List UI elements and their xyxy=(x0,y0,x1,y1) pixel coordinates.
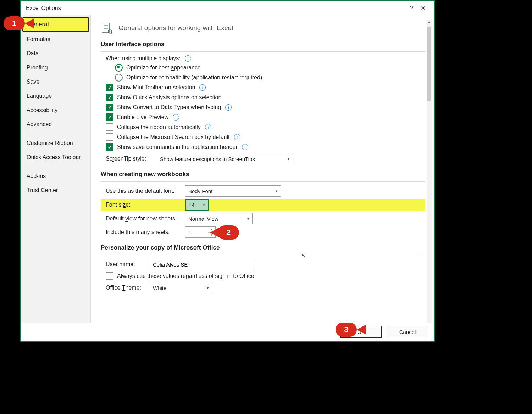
section-title-ui: User Interface options xyxy=(101,41,425,48)
close-button[interactable]: ✕ xyxy=(417,4,429,12)
info-icon[interactable]: i xyxy=(185,55,191,62)
radio-compat-row[interactable]: Optimize for compatibility (application … xyxy=(101,74,425,82)
page-header-text: General options for working with Excel. xyxy=(118,24,235,32)
sidebar-item-language[interactable]: Language xyxy=(21,89,90,103)
cancel-button[interactable]: Cancel xyxy=(387,326,428,337)
dialog-footer: OK Cancel xyxy=(21,323,434,341)
sidebar-item-proofing[interactable]: Proofing xyxy=(21,61,90,75)
scrollbar-up-icon[interactable]: ▲ xyxy=(427,20,432,25)
sidebar: General Formulas Data Proofing Save Lang… xyxy=(21,15,91,323)
sidebar-item-accessibility[interactable]: Accessibility xyxy=(21,103,90,117)
sheets-count-input[interactable] xyxy=(185,229,210,235)
screentip-label: ScreenTip style: xyxy=(106,156,152,162)
always-use-label: Always use these values regardless of si… xyxy=(117,273,256,279)
sidebar-item-addins[interactable]: Add-ins xyxy=(21,169,90,183)
chk-live-label: Enable Live Preview xyxy=(117,114,168,121)
help-button[interactable]: ? xyxy=(406,5,417,12)
chk-live-row[interactable]: Enable Live Preview i xyxy=(101,113,425,121)
multi-display-label: When using multiple displays: xyxy=(106,55,181,62)
sheets-count-label: Include this many sheets: xyxy=(106,229,180,235)
screentip-row: ScreenTip style: Show feature descriptio… xyxy=(101,153,425,164)
chk-mini-row[interactable]: Show Mini Toolbar on selection i xyxy=(101,84,425,91)
chk-collapse-search[interactable] xyxy=(106,133,113,141)
chk-collapse-search-row[interactable]: Collapse the Microsoft Search box by def… xyxy=(101,133,425,141)
chk-save-header-label: Show save commands in the application he… xyxy=(117,144,238,150)
chevron-down-icon: ▾ xyxy=(288,157,290,161)
section-title-workbooks: When creating new workbooks xyxy=(101,171,425,178)
chk-save-header-row[interactable]: Show save commands in the application he… xyxy=(101,143,425,151)
radio-best-appearance-label: Optimize for best appearance xyxy=(126,65,201,71)
chevron-down-icon: ▾ xyxy=(247,217,249,221)
sidebar-divider xyxy=(25,134,86,134)
default-view-value: Normal View xyxy=(188,216,218,222)
info-icon[interactable]: i xyxy=(242,144,248,150)
default-font-select[interactable]: Body Font ▾ xyxy=(185,185,281,197)
chk-quick-label: Show Quick Analysis options on selection xyxy=(117,94,221,101)
chevron-down-icon: ▾ xyxy=(276,189,278,194)
scrollbar-thumb[interactable] xyxy=(427,27,431,101)
section-personalize: Personalize your copy of Microsoft Offic… xyxy=(101,244,425,293)
chk-always-use-values[interactable] xyxy=(106,272,113,280)
section-ui-options: User Interface options When using multip… xyxy=(101,41,425,164)
chk-save-commands-header[interactable] xyxy=(106,143,113,151)
dialog-title: Excel Options xyxy=(26,5,406,11)
chk-mini-toolbar[interactable] xyxy=(106,84,113,91)
chk-quick-analysis[interactable] xyxy=(106,94,113,101)
chk-convert-data-types[interactable] xyxy=(106,103,113,111)
username-input[interactable] xyxy=(150,259,254,270)
sidebar-divider xyxy=(25,167,86,167)
section-divider xyxy=(101,181,425,182)
radio-best-appearance[interactable] xyxy=(115,64,123,72)
font-size-label: Font size: xyxy=(106,202,180,208)
radio-appearance-row[interactable]: Optimize for best appearance xyxy=(101,64,425,72)
section-divider xyxy=(101,255,425,255)
chk-convert-row[interactable]: Show Convert to Data Types when typing i xyxy=(101,103,425,111)
radio-compatibility-label: Optimize for compatibility (application … xyxy=(126,74,262,81)
content-panel: General options for working with Excel. … xyxy=(91,15,434,323)
info-icon[interactable]: i xyxy=(199,84,206,91)
sheets-count-row: Include this many sheets: ▴ ▾ xyxy=(101,226,425,238)
annotation-badge-1: 1 xyxy=(4,16,33,30)
always-use-row[interactable]: Always use these values regardless of si… xyxy=(101,272,425,280)
chk-quick-row[interactable]: Show Quick Analysis options on selection xyxy=(101,94,425,101)
office-theme-select[interactable]: White ▾ xyxy=(150,282,212,293)
chk-convert-label: Show Convert to Data Types when typing xyxy=(117,104,221,111)
sidebar-item-data[interactable]: Data xyxy=(21,46,90,61)
chk-collapse-ribbon[interactable] xyxy=(106,123,113,131)
screentip-select[interactable]: Show feature descriptions in ScreenTips … xyxy=(157,153,293,164)
screentip-value: Show feature descriptions in ScreenTips xyxy=(160,156,255,162)
sidebar-item-qat[interactable]: Quick Access Toolbar xyxy=(21,150,90,164)
chk-collapse-ribbon-row[interactable]: Collapse the ribbon automatically i xyxy=(101,123,425,131)
section-title-personalize: Personalize your copy of Microsoft Offic… xyxy=(101,244,425,251)
office-theme-row: Office Theme: White ▾ xyxy=(101,282,425,293)
font-size-select[interactable]: 14 ▾ xyxy=(185,199,209,211)
svg-line-5 xyxy=(111,33,113,34)
font-size-row: Font size: 14 ▾ xyxy=(101,199,425,211)
sidebar-item-formulas[interactable]: Formulas xyxy=(21,32,90,46)
chk-collapse-search-label: Collapse the Microsoft Search box by def… xyxy=(117,134,230,140)
sidebar-item-advanced[interactable]: Advanced xyxy=(21,117,90,132)
section-new-workbooks: When creating new workbooks Use this as … xyxy=(101,171,425,238)
info-icon[interactable]: i xyxy=(225,104,232,111)
default-view-select[interactable]: Normal View ▾ xyxy=(185,213,253,224)
chevron-down-icon: ▾ xyxy=(207,286,209,290)
font-size-value: 14 xyxy=(189,202,195,208)
vertical-scrollbar[interactable]: ▲ ▼ xyxy=(427,20,432,323)
default-font-row: Use this as the default font: Body Font … xyxy=(101,185,425,197)
radio-compatibility[interactable] xyxy=(115,74,123,82)
info-icon[interactable]: i xyxy=(205,124,211,130)
default-font-value: Body Font xyxy=(188,188,212,194)
multi-display-label-row: When using multiple displays: i xyxy=(101,55,425,62)
info-icon[interactable]: i xyxy=(173,114,179,121)
username-row: User name: xyxy=(101,259,425,270)
svg-point-4 xyxy=(108,30,112,33)
sidebar-item-customize-ribbon[interactable]: Customize Ribbon xyxy=(21,136,90,150)
sidebar-item-trust-center[interactable]: Trust Center xyxy=(21,183,90,197)
section-divider xyxy=(101,51,425,52)
annotation-badge-2: 2 xyxy=(210,225,239,240)
chk-live-preview[interactable] xyxy=(106,113,113,121)
default-view-label: Default view for new sheets: xyxy=(106,216,180,222)
username-label: User name: xyxy=(106,261,145,268)
info-icon[interactable]: i xyxy=(234,134,240,140)
sidebar-item-save[interactable]: Save xyxy=(21,75,90,89)
